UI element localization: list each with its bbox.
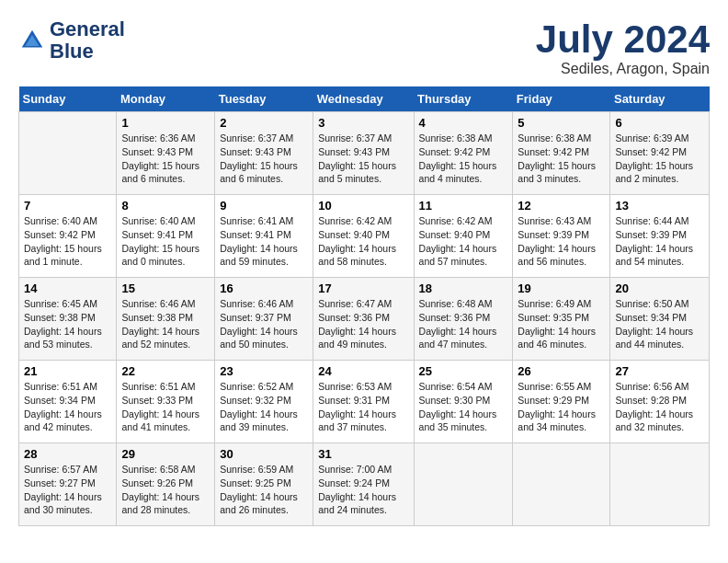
header-sunday: Sunday xyxy=(19,86,117,112)
day-info: Sunrise: 6:46 AMSunset: 9:38 PMDaylight:… xyxy=(121,297,210,351)
day-number: 29 xyxy=(121,447,210,461)
page-header: General Blue July 2024 Sediles, Aragon, … xyxy=(18,18,710,77)
location-subtitle: Sediles, Aragon, Spain xyxy=(536,61,710,77)
day-info: Sunrise: 6:47 AMSunset: 9:36 PMDaylight:… xyxy=(318,297,408,351)
day-info: Sunrise: 6:56 AMSunset: 9:28 PMDaylight:… xyxy=(615,380,704,434)
header-friday: Friday xyxy=(513,86,610,112)
calendar-week-row: 21 Sunrise: 6:51 AMSunset: 9:34 PMDaylig… xyxy=(19,361,710,443)
day-info: Sunrise: 6:38 AMSunset: 9:42 PMDaylight:… xyxy=(419,132,508,186)
day-number: 27 xyxy=(615,364,704,378)
logo: General Blue xyxy=(18,18,125,63)
day-number: 28 xyxy=(24,447,111,461)
day-info: Sunrise: 6:42 AMSunset: 9:40 PMDaylight:… xyxy=(419,214,508,269)
calendar-cell: 21 Sunrise: 6:51 AMSunset: 9:34 PMDaylig… xyxy=(19,361,117,443)
day-number: 16 xyxy=(220,282,308,295)
day-info: Sunrise: 6:51 AMSunset: 9:34 PMDaylight:… xyxy=(24,380,111,434)
calendar-cell: 3 Sunrise: 6:37 AMSunset: 9:43 PMDayligh… xyxy=(313,112,414,195)
day-number: 21 xyxy=(24,364,111,378)
calendar-cell: 8 Sunrise: 6:40 AMSunset: 9:41 PMDayligh… xyxy=(117,195,215,278)
day-number: 14 xyxy=(24,282,111,295)
calendar-week-row: 1 Sunrise: 6:36 AMSunset: 9:43 PMDayligh… xyxy=(19,112,710,195)
calendar-header-row: SundayMondayTuesdayWednesdayThursdayFrid… xyxy=(19,86,710,112)
day-info: Sunrise: 6:37 AMSunset: 9:43 PMDaylight:… xyxy=(220,132,308,186)
day-number: 15 xyxy=(121,282,210,295)
header-monday: Monday xyxy=(117,86,215,112)
day-info: Sunrise: 6:54 AMSunset: 9:30 PMDaylight:… xyxy=(419,380,508,434)
calendar-cell: 18 Sunrise: 6:48 AMSunset: 9:36 PMDaylig… xyxy=(414,278,513,361)
day-number: 18 xyxy=(419,282,508,295)
day-info: Sunrise: 6:38 AMSunset: 9:42 PMDaylight:… xyxy=(518,132,605,186)
header-saturday: Saturday xyxy=(610,86,710,112)
calendar-cell: 1 Sunrise: 6:36 AMSunset: 9:43 PMDayligh… xyxy=(117,112,215,195)
calendar-cell: 14 Sunrise: 6:45 AMSunset: 9:38 PMDaylig… xyxy=(19,278,117,361)
day-info: Sunrise: 6:52 AMSunset: 9:32 PMDaylight:… xyxy=(220,380,308,434)
day-info: Sunrise: 6:51 AMSunset: 9:33 PMDaylight:… xyxy=(121,380,210,434)
calendar-cell xyxy=(610,443,710,526)
day-info: Sunrise: 6:49 AMSunset: 9:35 PMDaylight:… xyxy=(518,297,605,351)
day-info: Sunrise: 6:50 AMSunset: 9:34 PMDaylight:… xyxy=(615,297,704,351)
calendar-cell: 12 Sunrise: 6:43 AMSunset: 9:39 PMDaylig… xyxy=(513,195,610,278)
calendar-cell: 23 Sunrise: 6:52 AMSunset: 9:32 PMDaylig… xyxy=(215,361,313,443)
day-number: 9 xyxy=(220,199,308,213)
day-info: Sunrise: 6:45 AMSunset: 9:38 PMDaylight:… xyxy=(24,297,111,351)
day-info: Sunrise: 6:40 AMSunset: 9:42 PMDaylight:… xyxy=(24,214,111,269)
calendar-cell: 6 Sunrise: 6:39 AMSunset: 9:42 PMDayligh… xyxy=(610,112,710,195)
calendar-cell xyxy=(19,112,117,195)
day-number: 5 xyxy=(518,116,605,130)
day-number: 24 xyxy=(318,364,408,378)
month-title: July 2024 xyxy=(536,18,710,61)
calendar-cell: 13 Sunrise: 6:44 AMSunset: 9:39 PMDaylig… xyxy=(610,195,710,278)
logo-line2: Blue xyxy=(50,40,125,63)
header-thursday: Thursday xyxy=(414,86,513,112)
header-wednesday: Wednesday xyxy=(313,86,414,112)
day-info: Sunrise: 6:46 AMSunset: 9:37 PMDaylight:… xyxy=(220,297,308,351)
calendar-table: SundayMondayTuesdayWednesdayThursdayFrid… xyxy=(18,86,710,526)
calendar-cell: 16 Sunrise: 6:46 AMSunset: 9:37 PMDaylig… xyxy=(215,278,313,361)
calendar-cell: 7 Sunrise: 6:40 AMSunset: 9:42 PMDayligh… xyxy=(19,195,117,278)
day-info: Sunrise: 7:00 AMSunset: 9:24 PMDaylight:… xyxy=(318,463,408,517)
day-info: Sunrise: 6:59 AMSunset: 9:25 PMDaylight:… xyxy=(220,463,308,517)
calendar-week-row: 7 Sunrise: 6:40 AMSunset: 9:42 PMDayligh… xyxy=(19,195,710,278)
day-info: Sunrise: 6:44 AMSunset: 9:39 PMDaylight:… xyxy=(615,214,704,269)
day-info: Sunrise: 6:36 AMSunset: 9:43 PMDaylight:… xyxy=(121,132,210,186)
day-info: Sunrise: 6:48 AMSunset: 9:36 PMDaylight:… xyxy=(419,297,508,351)
calendar-cell: 15 Sunrise: 6:46 AMSunset: 9:38 PMDaylig… xyxy=(117,278,215,361)
day-number: 25 xyxy=(419,364,508,378)
day-info: Sunrise: 6:39 AMSunset: 9:42 PMDaylight:… xyxy=(615,132,704,186)
calendar-cell: 2 Sunrise: 6:37 AMSunset: 9:43 PMDayligh… xyxy=(215,112,313,195)
day-number: 17 xyxy=(318,282,408,295)
title-block: July 2024 Sediles, Aragon, Spain xyxy=(536,18,710,77)
calendar-cell: 27 Sunrise: 6:56 AMSunset: 9:28 PMDaylig… xyxy=(610,361,710,443)
calendar-cell: 31 Sunrise: 7:00 AMSunset: 9:24 PMDaylig… xyxy=(313,443,414,526)
calendar-cell: 30 Sunrise: 6:59 AMSunset: 9:25 PMDaylig… xyxy=(215,443,313,526)
day-number: 31 xyxy=(318,447,408,461)
day-number: 20 xyxy=(615,282,704,295)
calendar-cell: 29 Sunrise: 6:58 AMSunset: 9:26 PMDaylig… xyxy=(117,443,215,526)
calendar-cell: 17 Sunrise: 6:47 AMSunset: 9:36 PMDaylig… xyxy=(313,278,414,361)
day-number: 6 xyxy=(615,116,704,130)
day-number: 19 xyxy=(518,282,605,295)
day-number: 26 xyxy=(518,364,605,378)
calendar-cell: 28 Sunrise: 6:57 AMSunset: 9:27 PMDaylig… xyxy=(19,443,117,526)
day-number: 1 xyxy=(121,116,210,130)
calendar-cell: 24 Sunrise: 6:53 AMSunset: 9:31 PMDaylig… xyxy=(313,361,414,443)
day-number: 7 xyxy=(24,199,111,213)
day-number: 8 xyxy=(121,199,210,213)
day-number: 10 xyxy=(318,199,408,213)
calendar-cell: 20 Sunrise: 6:50 AMSunset: 9:34 PMDaylig… xyxy=(610,278,710,361)
day-info: Sunrise: 6:37 AMSunset: 9:43 PMDaylight:… xyxy=(318,132,408,186)
day-number: 30 xyxy=(220,447,308,461)
day-number: 2 xyxy=(220,116,308,130)
calendar-cell: 5 Sunrise: 6:38 AMSunset: 9:42 PMDayligh… xyxy=(513,112,610,195)
calendar-cell: 22 Sunrise: 6:51 AMSunset: 9:33 PMDaylig… xyxy=(117,361,215,443)
day-info: Sunrise: 6:43 AMSunset: 9:39 PMDaylight:… xyxy=(518,214,605,269)
day-number: 13 xyxy=(615,199,704,213)
day-number: 4 xyxy=(419,116,508,130)
calendar-cell: 10 Sunrise: 6:42 AMSunset: 9:40 PMDaylig… xyxy=(313,195,414,278)
day-info: Sunrise: 6:42 AMSunset: 9:40 PMDaylight:… xyxy=(318,214,408,269)
calendar-cell xyxy=(513,443,610,526)
calendar-cell: 9 Sunrise: 6:41 AMSunset: 9:41 PMDayligh… xyxy=(215,195,313,278)
logo-text: General Blue xyxy=(50,18,125,63)
logo-line1: General xyxy=(50,18,125,40)
day-info: Sunrise: 6:53 AMSunset: 9:31 PMDaylight:… xyxy=(318,380,408,434)
